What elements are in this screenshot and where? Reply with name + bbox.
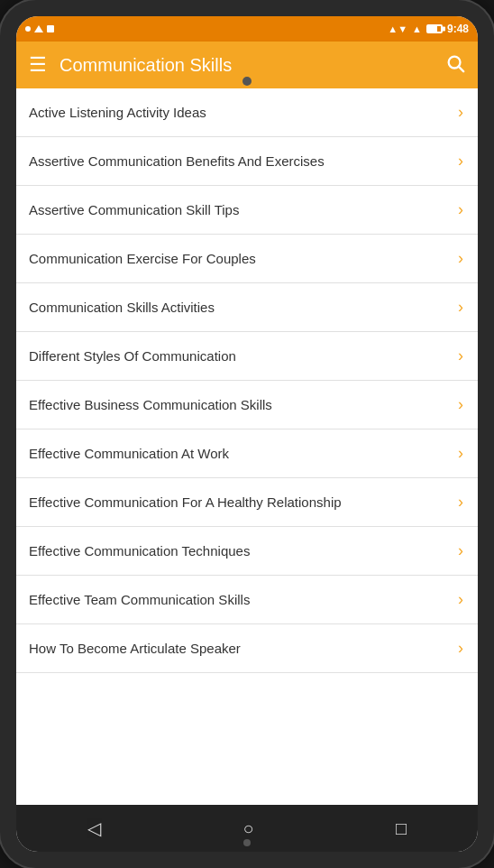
bottom-indicator [243, 839, 251, 846]
back-button[interactable]: ◁ [69, 810, 119, 846]
list-item-label: Effective Team Communication Skills [29, 590, 451, 609]
chevron-right-icon: › [458, 152, 463, 171]
device-frame: ▲▼ ▲ 9:48 ☰ Communication Skills Active [0, 0, 494, 868]
chevron-right-icon: › [458, 346, 463, 365]
list-item[interactable]: Communication Skills Activities› [16, 283, 478, 332]
list-item-label: Effective Business Communication Skills [29, 395, 451, 414]
list-item[interactable]: Assertive Communication Benefits And Exe… [16, 137, 478, 186]
search-icon[interactable] [445, 53, 465, 78]
status-bar: ▲▼ ▲ 9:48 [16, 16, 478, 42]
status-right-icons: ▲▼ ▲ 9:48 [388, 23, 469, 35]
chevron-right-icon: › [458, 298, 463, 317]
camera-dot [242, 77, 252, 86]
list-item-label: Effective Communication For A Healthy Re… [29, 493, 451, 512]
list-item[interactable]: How To Become Articulate Speaker› [16, 624, 478, 673]
chevron-right-icon: › [458, 103, 463, 122]
list-item[interactable]: Communication Exercise For Couples› [16, 235, 478, 283]
time-display: 9:48 [447, 23, 469, 35]
list-container: Active Listening Activity Ideas›Assertiv… [16, 88, 478, 805]
signal-bars-icon: ▲ [412, 23, 422, 34]
recents-button[interactable]: □ [378, 811, 425, 846]
list-item[interactable]: Effective Team Communication Skills› [16, 576, 478, 624]
list-item[interactable]: Different Styles Of Communication› [16, 332, 478, 381]
device-screen: ▲▼ ▲ 9:48 ☰ Communication Skills Active [16, 16, 478, 852]
status-square-icon [47, 25, 54, 32]
list-item-label: Assertive Communication Benefits And Exe… [29, 152, 451, 171]
chevron-right-icon: › [458, 639, 463, 658]
battery-icon [426, 24, 443, 33]
list-item[interactable]: Effective Communication Techniques› [16, 527, 478, 576]
app-title: Communication Skills [59, 55, 445, 76]
chevron-right-icon: › [458, 541, 463, 560]
list-item[interactable]: Effective Business Communication Skills› [16, 381, 478, 429]
chevron-right-icon: › [458, 444, 463, 463]
list-item-label: Assertive Communication Skill Tips [29, 200, 451, 219]
status-dot-icon [25, 26, 31, 32]
list-item-label: Communication Exercise For Couples [29, 249, 451, 268]
list-item-label: Active Listening Activity Ideas [29, 103, 451, 122]
wifi-icon: ▲▼ [388, 23, 407, 34]
list-item-label: Effective Communication At Work [29, 444, 451, 463]
list-item[interactable]: Assertive Communication Skill Tips› [16, 186, 478, 235]
status-left-icons [25, 25, 54, 32]
menu-icon[interactable]: ☰ [29, 55, 47, 75]
list-item[interactable]: Effective Communication For A Healthy Re… [16, 478, 478, 527]
list-item-label: Different Styles Of Communication [29, 346, 451, 365]
chevron-right-icon: › [458, 249, 463, 268]
battery-fill [428, 26, 437, 32]
status-triangle-icon [34, 25, 43, 32]
list-item-label: Communication Skills Activities [29, 298, 451, 317]
svg-line-1 [459, 67, 463, 71]
chevron-right-icon: › [458, 200, 463, 219]
list-item-label: How To Become Articulate Speaker [29, 639, 451, 658]
list-item[interactable]: Active Listening Activity Ideas› [16, 88, 478, 137]
chevron-right-icon: › [458, 493, 463, 512]
list-item-label: Effective Communication Techniques [29, 541, 451, 560]
chevron-right-icon: › [458, 395, 463, 414]
chevron-right-icon: › [458, 590, 463, 609]
list-item[interactable]: Effective Communication At Work› [16, 429, 478, 478]
